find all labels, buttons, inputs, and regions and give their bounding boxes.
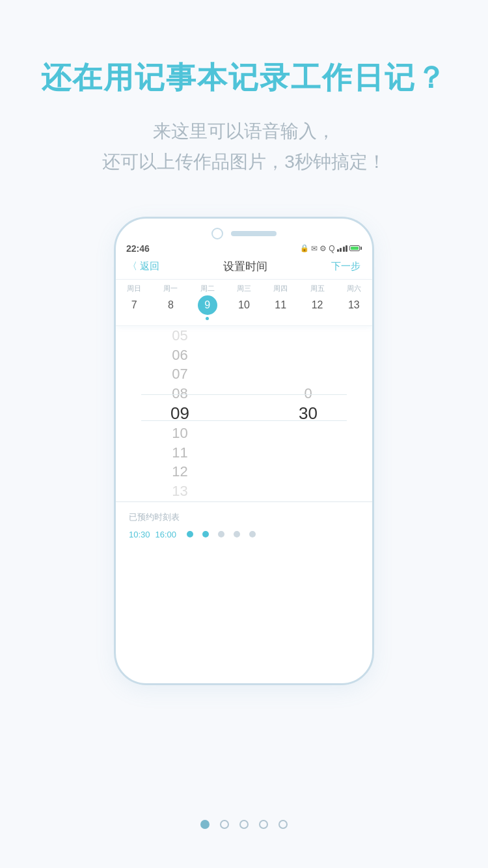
schedule-dot-2 [218, 531, 224, 537]
hour-item-09[interactable]: 09 [116, 403, 244, 424]
week-day-number: 9 [198, 295, 217, 315]
signal-bar-2 [340, 248, 342, 252]
phone-speaker [231, 231, 277, 236]
hour-item-05[interactable]: 05 [116, 326, 244, 346]
signal-bar-4 [346, 245, 347, 252]
hour-item-13[interactable]: 13 [116, 481, 244, 501]
week-day-7[interactable]: 周日7 [116, 284, 152, 320]
status-time: 22:46 [126, 243, 150, 254]
hour-item-11[interactable]: 11 [116, 443, 244, 463]
lock-icon: 🔒 [300, 244, 309, 252]
schedule-time-item: 16:00 [156, 530, 177, 539]
status-icons: 🔒 ✉ ⚙ Q [300, 244, 362, 253]
sub-title: 来这里可以语音输入， 还可以上传作品图片，3秒钟搞定！ [0, 116, 488, 178]
signal-bars [337, 245, 348, 252]
minute-item-2[interactable] [244, 364, 372, 384]
time-picker[interactable]: 050607080910111213 030 [116, 326, 372, 502]
status-bar: 22:46 🔒 ✉ ⚙ Q [116, 239, 372, 255]
minute-item-1[interactable] [244, 346, 372, 365]
week-day-13[interactable]: 周六13 [336, 284, 372, 320]
schedule-label: 已预约时刻表 [129, 511, 359, 523]
schedule-dots-row [187, 531, 256, 537]
week-day-name: 周一 [152, 284, 189, 293]
hour-item-08[interactable]: 08 [116, 384, 244, 403]
week-day-name: 周四 [262, 284, 299, 293]
sub-title-line1: 来这里可以语音输入， [153, 121, 335, 141]
week-day-name: 周六 [336, 284, 372, 293]
signal-bar-3 [343, 247, 345, 252]
mail-icon: ✉ [311, 244, 318, 253]
week-day-number: 13 [344, 295, 364, 315]
week-day-8[interactable]: 周一8 [152, 284, 189, 320]
minute-item-0[interactable] [244, 326, 372, 346]
hour-item-06[interactable]: 06 [116, 346, 244, 365]
minute-item-8[interactable] [244, 481, 372, 501]
bottom-section: 已预约时刻表 10:3016:00 [116, 502, 372, 547]
week-day-number: 12 [308, 295, 327, 315]
header-section: 还在用记事本记录工作日记？ 来这里可以语音输入， 还可以上传作品图片，3秒钟搞定… [0, 0, 488, 178]
schedule-dot-4 [249, 531, 256, 537]
wifi-icon: Q [329, 244, 334, 253]
week-day-number: 8 [161, 295, 180, 315]
page-dot-2[interactable] [239, 820, 249, 829]
week-day-dot [206, 317, 209, 320]
schedule-time-item: 10:30 [129, 530, 150, 539]
schedule-dot-3 [234, 531, 240, 537]
week-day-name: 周三 [226, 284, 262, 293]
signal-bar-1 [337, 249, 339, 252]
phone-top-bar [116, 219, 372, 239]
schedule-times: 10:3016:00 [129, 530, 359, 539]
battery-icon [349, 245, 362, 251]
page-dot-4[interactable] [278, 820, 288, 829]
minute-item-7[interactable] [244, 462, 372, 481]
app-icon: ⚙ [319, 244, 327, 253]
week-day-12[interactable]: 周五12 [299, 284, 335, 320]
page-dot-0[interactable] [200, 820, 210, 829]
week-day-11[interactable]: 周四11 [262, 284, 299, 320]
week-day-10[interactable]: 周三10 [226, 284, 262, 320]
week-day-name: 周日 [116, 284, 152, 293]
week-bar: 周日7周一8周二9周三10周四11周五12周六13 [116, 280, 372, 326]
page-dot-1[interactable] [220, 820, 229, 829]
hour-item-07[interactable]: 07 [116, 364, 244, 384]
phone-camera [211, 228, 223, 239]
week-day-number: 10 [234, 295, 254, 315]
week-day-number: 7 [124, 295, 144, 315]
schedule-dot-0 [187, 531, 193, 537]
phone-wrapper: 22:46 🔒 ✉ ⚙ Q [0, 217, 488, 685]
phone-mockup: 22:46 🔒 ✉ ⚙ Q [114, 217, 374, 685]
schedule-dot-1 [202, 531, 209, 537]
minute-column[interactable]: 030 [244, 326, 372, 501]
minute-item-5[interactable] [244, 424, 372, 443]
week-day-9[interactable]: 周二9 [189, 284, 226, 320]
minute-item-0[interactable]: 0 [244, 384, 372, 403]
nav-next-button[interactable]: 下一步 [331, 260, 360, 273]
schedule-time-value: 16:00 [156, 530, 177, 539]
week-day-name: 周五 [299, 284, 335, 293]
week-day-number: 11 [271, 295, 290, 315]
hour-column[interactable]: 050607080910111213 [116, 326, 244, 501]
pagination [0, 820, 488, 829]
hour-item-12[interactable]: 12 [116, 462, 244, 481]
hour-item-10[interactable]: 10 [116, 424, 244, 443]
nav-bar: 〈 返回 设置时间 下一步 [116, 255, 372, 280]
week-day-name: 周二 [189, 284, 226, 293]
sub-title-line2: 还可以上传作品图片，3秒钟搞定！ [102, 152, 386, 172]
page-dot-3[interactable] [259, 820, 268, 829]
minute-item-30[interactable]: 30 [244, 403, 372, 424]
minute-item-6[interactable] [244, 443, 372, 463]
nav-title: 设置时间 [223, 259, 267, 274]
schedule-time-value: 10:30 [129, 530, 150, 539]
main-title: 还在用记事本记录工作日记？ [0, 59, 488, 98]
nav-back-button[interactable]: 〈 返回 [128, 260, 159, 273]
